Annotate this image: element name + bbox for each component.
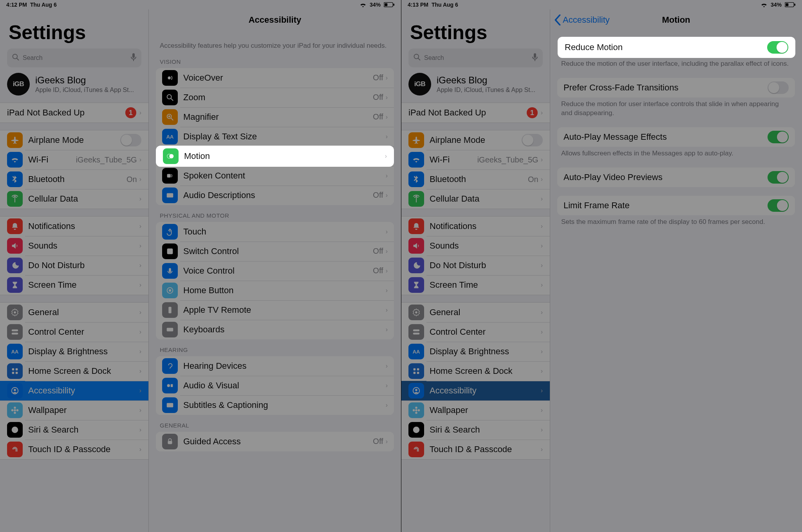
- toggle[interactable]: [120, 134, 141, 146]
- chevron-right-icon: ›: [541, 223, 543, 230]
- chevron-right-icon: ›: [386, 133, 388, 140]
- row-touch-id-passcode[interactable]: Touch ID & Passcode›: [0, 440, 148, 459]
- row-display-text-size[interactable]: AADisplay & Text Size›: [156, 127, 394, 146]
- row-apple-tv-remote[interactable]: Apple TV Remote›: [156, 300, 394, 320]
- row-touch[interactable]: Touch›: [156, 222, 394, 242]
- backup-warning-row[interactable]: iPad Not Backed Up 1 ›: [401, 103, 550, 123]
- row-limit-frame-rate[interactable]: Limit Frame Rate: [557, 196, 795, 215]
- network-group: Airplane ModeWi-FiiGeeks_Tube_5G›Bluetoo…: [401, 130, 550, 209]
- row-cellular-data[interactable]: Cellular Data›: [401, 189, 550, 209]
- row-sounds[interactable]: Sounds›: [401, 236, 550, 256]
- chevron-right-icon: ›: [139, 328, 141, 335]
- back-button[interactable]: Accessibility: [554, 9, 610, 31]
- mic-icon[interactable]: [130, 53, 137, 63]
- toggle[interactable]: [768, 131, 789, 143]
- row-general[interactable]: General›: [401, 303, 550, 322]
- row-screen-time[interactable]: Screen Time›: [0, 275, 148, 295]
- row-airplane-mode[interactable]: Airplane Mode: [0, 130, 148, 150]
- row-home-screen-dock[interactable]: Home Screen & Dock›: [401, 361, 550, 381]
- svg-rect-48: [786, 3, 788, 6]
- apple-id-row[interactable]: iGB iGeeks Blog Apple ID, iCloud, iTunes…: [7, 73, 141, 96]
- toggle[interactable]: [767, 41, 788, 54]
- row-accessibility[interactable]: Accessibility›: [0, 381, 148, 400]
- row-guided-access[interactable]: Guided AccessOff›: [156, 432, 394, 451]
- toggle[interactable]: [768, 81, 789, 94]
- svg-point-22: [12, 427, 18, 433]
- toggle[interactable]: [768, 199, 789, 212]
- row-siri-search[interactable]: Siri & Search›: [401, 420, 550, 440]
- row-wallpaper[interactable]: Wallpaper›: [401, 400, 550, 420]
- accessibility-detail: Accessibility Accessibility features hel…: [149, 9, 401, 532]
- apple-id-row[interactable]: iGB iGeeks Blog Apple ID, iCloud, iTunes…: [408, 73, 543, 96]
- row-touch-id-passcode[interactable]: Touch ID & Passcode›: [401, 440, 550, 459]
- row-control-center[interactable]: Control Center›: [0, 322, 148, 342]
- row-accessibility[interactable]: Accessibility›: [401, 381, 550, 400]
- row-sounds[interactable]: Sounds›: [0, 236, 148, 256]
- row-do-not-disturb[interactable]: Do Not Disturb›: [401, 256, 550, 275]
- row-siri-search[interactable]: Siri & Search›: [0, 420, 148, 440]
- chevron-right-icon: ›: [386, 114, 388, 121]
- mic-icon[interactable]: [532, 53, 538, 63]
- search-input[interactable]: Search: [408, 49, 543, 67]
- row-home-button[interactable]: Home Button›: [156, 281, 394, 300]
- search-input[interactable]: Search: [7, 49, 141, 67]
- row-label: Siri & Search: [430, 425, 541, 435]
- row-subtitles-captioning[interactable]: Subtitles & Captioning›: [156, 395, 394, 415]
- row-wi-fi[interactable]: Wi-FiiGeeks_Tube_5G›: [0, 150, 148, 170]
- row-display-brightness[interactable]: AADisplay & Brightness›: [0, 342, 148, 361]
- page-title: Settings: [0, 9, 148, 49]
- aa-icon: AA: [7, 344, 23, 359]
- toggle[interactable]: [768, 171, 789, 184]
- row-prefer-cross-fade-transitions[interactable]: Prefer Cross-Fade Transitions: [557, 78, 795, 97]
- svg-rect-52: [534, 53, 536, 58]
- row-control-center[interactable]: Control Center›: [401, 322, 550, 342]
- row-note: Reduce the motion of the user interface,…: [550, 57, 802, 69]
- toggle[interactable]: [522, 134, 543, 146]
- highlight-motion-row[interactable]: Motion›: [156, 146, 394, 167]
- row-screen-time[interactable]: Screen Time›: [401, 275, 550, 295]
- notifications-group: Notifications›Sounds›Do Not Disturb›Scre…: [401, 216, 550, 295]
- row-aux: Off: [373, 437, 383, 446]
- row-auto-play-video-previews[interactable]: Auto-Play Video Previews: [557, 168, 795, 187]
- row-spoken-content[interactable]: Spoken Content›: [156, 166, 394, 186]
- row-wallpaper[interactable]: Wallpaper›: [0, 400, 148, 420]
- detail-intro: Accessibility features help you customiz…: [149, 31, 401, 51]
- row-bluetooth[interactable]: BluetoothOn›: [401, 170, 550, 189]
- row-label: Notifications: [430, 221, 541, 231]
- row-airplane-mode[interactable]: Airplane Mode: [401, 130, 550, 150]
- row-label: Do Not Disturb: [430, 260, 541, 271]
- row-voiceover[interactable]: VoiceOverOff›: [156, 68, 394, 88]
- row-general[interactable]: General›: [0, 303, 148, 322]
- row-motion[interactable]: Motion›: [156, 146, 394, 166]
- row-keyboards[interactable]: Keyboards›: [156, 320, 394, 339]
- ear-icon: [162, 358, 178, 374]
- row-auto-play-message-effects[interactable]: Auto-Play Message Effects: [557, 127, 795, 147]
- row-audio-descriptions[interactable]: Audio DescriptionsOff›: [156, 186, 394, 205]
- highlight-reduce-motion-row[interactable]: Reduce Motion: [558, 37, 795, 58]
- svg-rect-44: [168, 441, 172, 444]
- row-voice-control[interactable]: Voice ControlOff›: [156, 261, 394, 281]
- row-notifications[interactable]: Notifications›: [0, 216, 148, 236]
- row-audio-visual[interactable]: Audio & Visual›: [156, 376, 394, 395]
- row-cellular-data[interactable]: Cellular Data›: [0, 189, 148, 209]
- row-do-not-disturb[interactable]: Do Not Disturb›: [0, 256, 148, 275]
- row-bluetooth[interactable]: BluetoothOn›: [0, 170, 148, 189]
- row-label: General: [430, 307, 541, 317]
- row-switch-control[interactable]: Switch ControlOff›: [156, 242, 394, 261]
- row-wi-fi[interactable]: Wi-FiiGeeks_Tube_5G›: [401, 150, 550, 170]
- svg-rect-39: [168, 307, 171, 314]
- row-magnifier[interactable]: MagnifierOff›: [156, 107, 394, 127]
- row-home-screen-dock[interactable]: Home Screen & Dock›: [0, 361, 148, 381]
- hourglass-icon: [7, 277, 23, 293]
- chevron-right-icon: ›: [386, 382, 388, 389]
- row-display-brightness[interactable]: AADisplay & Brightness›: [401, 342, 550, 361]
- row-reduce-motion[interactable]: Reduce Motion: [558, 38, 795, 57]
- row-label: Cellular Data: [28, 194, 139, 204]
- svg-rect-49: [794, 4, 795, 6]
- backup-warning-row[interactable]: iPad Not Backed Up 1 ›: [0, 103, 148, 123]
- row-notifications[interactable]: Notifications›: [401, 216, 550, 236]
- row-hearing-devices[interactable]: Hearing Devices›: [156, 356, 394, 376]
- row-zoom[interactable]: ZoomOff›: [156, 88, 394, 107]
- home-icon: [162, 283, 178, 298]
- row-label: Wallpaper: [430, 405, 541, 415]
